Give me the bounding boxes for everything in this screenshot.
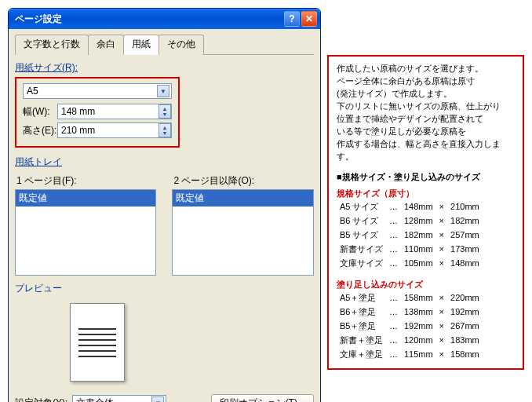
apply-to-select[interactable]: 文書全体 ▼ [72, 395, 166, 402]
table-row: 新書＋塗足…120mm×183mm [337, 334, 483, 348]
paper-size-group: A5 ▼ 幅(W): 148 mm ▲▼ 高さ(E): 210 mm ▲▼ [15, 77, 180, 148]
tab-paper[interactable]: 用紙 [123, 35, 159, 55]
width-label: 幅(W): [23, 105, 57, 119]
table-row: 文庫＋塗足…115mm×158mm [337, 348, 483, 362]
close-button[interactable]: ✕ [301, 11, 317, 27]
help-button[interactable]: ? [284, 11, 300, 27]
table-row: A5＋塗足…158mm×220mm [337, 291, 483, 305]
info-heading: ■規格サイズ・塗り足し込みのサイズ [337, 171, 515, 184]
table-row: B6＋塗足…138mm×192mm [337, 305, 483, 320]
list-item[interactable]: 既定値 [16, 190, 155, 206]
width-value: 148 mm [61, 106, 159, 117]
table-row: A5 サイズ…148mm×210mm [337, 200, 483, 214]
titlebar: ページ設定 ? ✕ [9, 9, 320, 29]
chevron-down-icon: ▼ [151, 397, 164, 402]
info-text: いる等で塗り足しが必要な原稿を [337, 126, 515, 138]
tray-other-label: 2 ページ目以降(O): [173, 174, 313, 188]
height-value: 210 mm [61, 125, 159, 136]
height-label: 高さ(E): [23, 124, 57, 137]
table-row: B5 サイズ…182mm×257mm [337, 228, 483, 243]
page-thumbnail [70, 303, 125, 382]
info-text: 作成する場合は、幅と高さを直接入力します。 [337, 138, 515, 163]
apply-to-label: 設定対象(Y): [15, 397, 67, 403]
paper-size-value: A5 [27, 86, 157, 97]
table-row: B6 サイズ…128mm×182mm [337, 214, 483, 228]
tab-chars-lines[interactable]: 文字数と行数 [15, 35, 89, 55]
height-spinner[interactable]: 210 mm ▲▼ [57, 122, 172, 138]
tray-first-label: 1 ページ目(F): [16, 174, 156, 188]
spinner-arrows-icon: ▲▼ [159, 123, 171, 137]
paper-size-label: 用紙サイズ(R): [15, 61, 314, 77]
info-panel: 作成したい原稿のサイズを選びます。 ページ全体に余白がある原稿は原寸 (発注サイ… [327, 55, 524, 370]
tab-margins[interactable]: 余白 [88, 35, 124, 55]
list-item[interactable]: 既定値 [173, 190, 312, 206]
spinner-arrows-icon: ▲▼ [159, 104, 171, 119]
tray-other-list[interactable]: 既定値 [172, 189, 313, 276]
tray-group-label: 用紙トレイ [15, 155, 314, 171]
standard-size-table: A5 サイズ…148mm×210mmB6 サイズ…128mm×182mmB5 サ… [337, 200, 483, 271]
tab-other[interactable]: その他 [159, 35, 204, 55]
preview-area [15, 295, 314, 389]
preview-label: プレビュー [15, 282, 314, 295]
info-subheading: 塗り足し込みのサイズ [337, 279, 515, 291]
info-subheading: 規格サイズ（原寸） [337, 188, 515, 200]
info-text: (発注サイズ）で作成します。 [337, 88, 515, 100]
info-text: 作成したい原稿のサイズを選びます。 [337, 63, 515, 75]
table-row: 文庫サイズ…105mm×148mm [337, 257, 483, 271]
info-text: 位置まで挿絵やデザインが配置されて [337, 113, 515, 126]
paper-size-combo[interactable]: A5 ▼ [23, 83, 172, 99]
info-text: ページ全体に余白がある原稿は原寸 [337, 75, 515, 88]
tab-bar: 文字数と行数 余白 用紙 その他 [15, 34, 314, 55]
table-row: B5＋塗足…192mm×267mm [337, 320, 483, 334]
chevron-down-icon: ▼ [157, 85, 169, 97]
print-options-button[interactable]: 印刷オプション(T)... [211, 394, 314, 402]
page-setup-dialog: ページ設定 ? ✕ 文字数と行数 余白 用紙 その他 用紙サイズ(R): A5 … [8, 8, 321, 402]
window-title: ページ設定 [15, 13, 282, 26]
width-spinner[interactable]: 148 mm ▲▼ [57, 104, 172, 119]
bleed-size-table: A5＋塗足…158mm×220mmB6＋塗足…138mm×192mmB5＋塗足…… [337, 291, 483, 362]
info-text: 下のリストに無いサイズの原稿、仕上がり [337, 100, 515, 113]
tray-first-list[interactable]: 既定値 [15, 189, 156, 276]
table-row: 新書サイズ…110mm×173mm [337, 243, 483, 257]
apply-to-value: 文書全体 [76, 397, 151, 403]
